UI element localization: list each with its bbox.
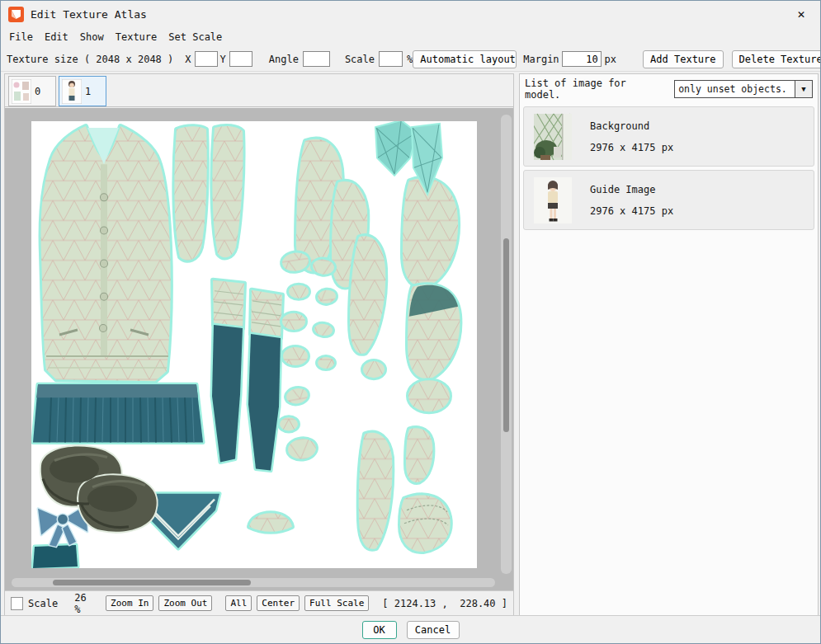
y-input[interactable]: [229, 51, 252, 67]
margin-label: Margin: [523, 54, 559, 65]
x-input[interactable]: [195, 51, 218, 67]
chevron-down-icon[interactable]: ▼: [795, 81, 812, 97]
image-list-label: List of image for model.: [525, 78, 668, 101]
image-meta: Guide Image 2976 x 4175 px: [590, 184, 673, 217]
titlebar: Edit Texture Atlas ✕: [1, 1, 820, 27]
image-list-panel: List of image for model. only unset obje…: [519, 73, 819, 616]
list-item-background[interactable]: Background 2976 x 4175 px: [523, 106, 814, 167]
percent-label: %: [407, 54, 413, 65]
x-label: X: [185, 54, 191, 65]
full-scale-button[interactable]: Full Scale: [304, 595, 369, 611]
list-item-guide-image[interactable]: Guide Image 2976 x 4175 px: [523, 170, 814, 230]
guide-image-thumbnail: [534, 176, 572, 224]
angle-label: Angle: [269, 54, 299, 65]
window-title: Edit Texture Atlas: [31, 8, 147, 21]
image-list-header: List of image for model. only unset obje…: [520, 74, 818, 104]
scale-indicator-box[interactable]: [11, 597, 23, 610]
image-list: Background 2976 x 4175 px: [520, 104, 818, 233]
image-filter-value: only unset objects.: [675, 81, 795, 97]
angle-input[interactable]: [303, 51, 330, 67]
tab-0-label: 0: [35, 86, 40, 97]
margin-input[interactable]: [562, 51, 602, 67]
tab-0-thumbnail: [12, 79, 31, 104]
scale-input[interactable]: [379, 51, 403, 67]
zoom-in-button[interactable]: Zoom In: [106, 595, 153, 611]
status-scale-value: 26 %: [74, 592, 91, 615]
atlas-canvas-area[interactable]: [5, 108, 513, 590]
menu-texture[interactable]: Texture: [110, 30, 163, 45]
cancel-button[interactable]: Cancel: [407, 621, 460, 639]
status-scale-label: Scale: [28, 598, 58, 609]
image-filter-dropdown[interactable]: only unset objects. ▼: [674, 80, 813, 98]
image-size: 2976 x 4175 px: [590, 142, 673, 153]
add-texture-button[interactable]: Add Texture: [643, 50, 723, 68]
vertical-scrollbar-thumb[interactable]: [503, 238, 509, 432]
horizontal-scrollbar-thumb[interactable]: [53, 580, 251, 585]
edit-texture-atlas-window: Edit Texture Atlas ✕ File Edit Show Text…: [0, 0, 821, 644]
delete-texture-button[interactable]: Delete Texture: [732, 50, 821, 68]
cursor-coordinates: [ 2124.13 , 228.40 ]: [382, 598, 507, 609]
texture-atlas-image: [31, 121, 477, 568]
image-name: Guide Image: [590, 184, 673, 195]
center-button[interactable]: Center: [257, 595, 300, 611]
atlas-tab-0[interactable]: 0: [8, 76, 56, 106]
close-icon[interactable]: ✕: [782, 1, 820, 27]
atlas-tabstrip: 0 1: [5, 74, 513, 107]
automatic-layout-button[interactable]: Automatic layout: [413, 50, 517, 68]
y-label: Y: [220, 54, 226, 65]
canvas-horizontal-scrollbar[interactable]: [12, 578, 495, 587]
canvas-statusbar: Scale 26 % Zoom In Zoom Out All Center F…: [5, 590, 513, 615]
atlas-panel: 0 1: [4, 73, 514, 616]
menu-file[interactable]: File: [3, 30, 39, 45]
zoom-out-button[interactable]: Zoom Out: [158, 595, 212, 611]
menu-set-scale[interactable]: Set Scale: [163, 30, 228, 45]
menubar: File Edit Show Texture Set Scale: [1, 27, 820, 47]
app-logo-icon: [8, 7, 24, 22]
menu-show[interactable]: Show: [74, 30, 110, 45]
menu-edit[interactable]: Edit: [39, 30, 74, 45]
texture-size-label: Texture size ( 2048 x 2048 ): [7, 54, 173, 65]
atlas-tab-1[interactable]: 1: [59, 76, 106, 106]
image-name: Background: [590, 120, 673, 132]
background-thumbnail: [534, 113, 572, 161]
texture-atlas-canvas[interactable]: [31, 121, 477, 568]
tab-1-label: 1: [85, 86, 91, 97]
image-meta: Background 2976 x 4175 px: [590, 120, 673, 153]
margin-unit-label: px: [605, 54, 616, 65]
all-button[interactable]: All: [225, 595, 252, 611]
toolbar: Texture size ( 2048 x 2048 ) X Y Angle S…: [1, 47, 820, 72]
scale-label: Scale: [345, 54, 375, 65]
tab-1-thumbnail: [62, 79, 82, 104]
canvas-vertical-scrollbar[interactable]: [501, 115, 512, 574]
ok-button[interactable]: OK: [362, 621, 397, 639]
image-size: 2976 x 4175 px: [590, 205, 673, 217]
dialog-footer: OK Cancel: [1, 615, 820, 643]
